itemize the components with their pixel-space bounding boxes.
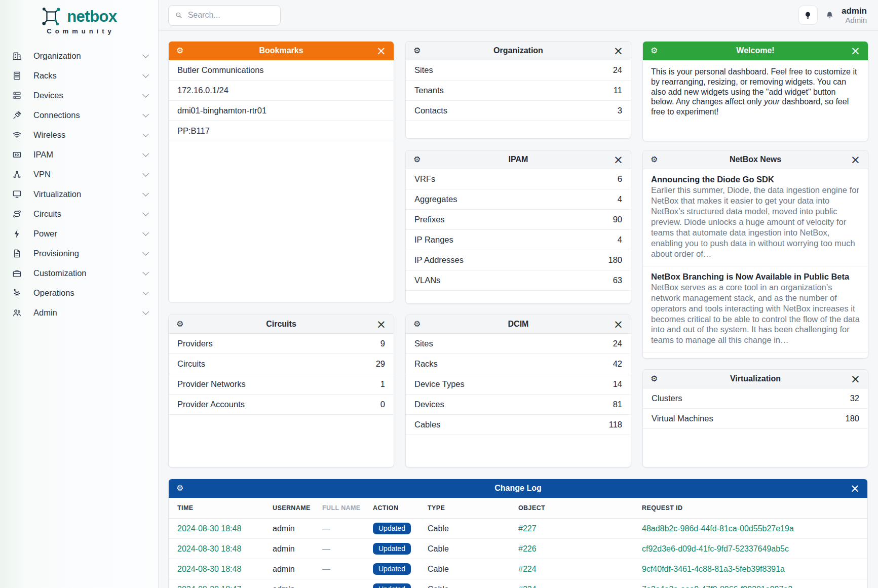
widget-close-button[interactable]: × [850,372,861,386]
table-header-row: TIME USERNAME FULL NAME ACTION TYPE OBJE… [169,498,867,519]
sidebar-item-connections[interactable]: Connections [0,105,158,125]
widget-config-button[interactable]: ⚙ [650,374,659,384]
changelog-time-link[interactable]: 2024-08-30 18:48 [177,565,273,574]
stat-row[interactable]: Circuits29 [169,354,394,374]
widget-config-button[interactable]: ⚙ [175,483,184,493]
stat-row[interactable]: Provider Accounts0 [169,395,394,415]
widget-config-button[interactable]: ⚙ [175,319,184,329]
changelog-time-link[interactable]: 2024-08-30 18:48 [177,524,273,533]
search-input[interactable] [188,11,274,20]
bookmark-item[interactable]: 172.16.0.1/24 [169,81,394,101]
lightbulb-icon [804,11,812,20]
changelog-object-link[interactable]: #224 [518,585,642,588]
widget-close-button[interactable]: × [375,44,387,58]
action-badge: Updated [373,563,411,575]
stat-row[interactable]: Prefixes90 [406,210,631,230]
widget-close-button[interactable]: × [375,318,387,331]
news-headline-link[interactable]: A New Look For NetBox and NetBox Labs [651,358,860,359]
stat-row[interactable]: VLANs63 [406,270,631,291]
sidebar-item-label: Wireless [33,130,142,140]
changelog-object-link[interactable]: #226 [518,544,642,554]
widget-config-button[interactable]: ⚙ [650,46,659,56]
stat-row[interactable]: IP Ranges4 [406,230,631,250]
sidebar-item-power[interactable]: Power [0,224,158,244]
stat-row[interactable]: Virtual Machines180 [643,409,868,429]
sidebar-item-provisioning[interactable]: Provisioning [0,244,158,263]
chevron-down-icon [142,210,149,216]
sidebar-item-vpn[interactable]: VPN [0,165,158,184]
changelog-time-link[interactable]: 2024-08-30 18:48 [177,544,273,554]
widget-close-button[interactable]: × [850,153,861,167]
widget-config-button[interactable]: ⚙ [412,46,422,56]
sidebar-item-virtualization[interactable]: Virtualization [0,184,158,204]
dcim-widget: ⚙ DCIM × Sites24 Racks42 Device Types14 … [405,315,631,467]
user-menu[interactable]: admin Admin [842,6,867,25]
stat-row[interactable]: Racks42 [406,354,631,374]
stat-row[interactable]: Sites24 [406,60,631,81]
news-headline-link[interactable]: Announcing the Diode Go SDK [651,175,860,184]
bookmark-item[interactable]: Butler Communications [169,60,394,81]
ipam-widget-header: ⚙ IPAM × [406,150,631,169]
sidebar: netbox Community Organization Racks [0,0,159,588]
bookmark-item[interactable]: dmi01-binghamton-rtr01 [169,101,394,121]
stat-row[interactable]: Aggregates4 [406,189,631,210]
changelog-action-cell: Updated [373,523,428,534]
stat-row[interactable]: IP Addresses180 [406,250,631,270]
sidebar-item-ipam[interactable]: IPAM [0,145,158,165]
wifi-icon [12,130,22,140]
news-headline-link[interactable]: NetBox Branching is Now Available in Pub… [651,272,860,282]
change-log-table: TIME USERNAME FULL NAME ACTION TYPE OBJE… [169,498,867,588]
welcome-widget-header: ⚙ Welcome! × [643,42,868,60]
stat-row[interactable]: Device Types14 [406,374,631,395]
stat-label: VRFs [414,174,435,184]
sidebar-item-racks[interactable]: Racks [0,66,158,86]
stat-row[interactable]: Tenants11 [406,81,631,101]
sidebar-item-organization[interactable]: Organization [0,46,158,66]
changelog-requestid-link[interactable]: 48ad8b2c-986d-44fd-81ca-00d55b27e19a [642,524,859,533]
widget-config-button[interactable]: ⚙ [412,154,422,165]
widget-close-button[interactable]: × [613,44,624,58]
sidebar-item-circuits[interactable]: Circuits [0,204,158,224]
stat-row[interactable]: Provider Networks1 [169,374,394,395]
bookmark-item[interactable]: PP:B117 [169,121,394,141]
topbar-actions: admin Admin [798,6,878,25]
stat-row[interactable]: Clusters32 [643,388,868,409]
widget-close-button[interactable]: × [850,44,861,58]
stat-row[interactable]: Cables118 [406,415,631,435]
sidebar-item-devices[interactable]: Devices [0,86,158,105]
changelog-type: Cable [428,544,518,554]
netbox-logo-icon [41,7,62,26]
bookmarks-widget-header: ⚙ Bookmarks × [169,42,394,60]
chevron-down-icon [142,269,149,276]
widget-close-button[interactable]: × [613,153,624,167]
theme-toggle-button[interactable] [798,6,818,25]
changelog-object-link[interactable]: #227 [518,524,642,533]
changelog-time-link[interactable]: 2024-08-30 18:47 [177,585,273,588]
stat-row[interactable]: Contacts3 [406,101,631,121]
stat-row[interactable]: Devices81 [406,395,631,415]
widget-config-button[interactable]: ⚙ [412,319,422,329]
changelog-requestid-link[interactable]: 9cf40fdf-3461-4c88-81a3-5feb39f8391a [642,565,859,574]
widget-config-button[interactable]: ⚙ [175,46,184,56]
bookmark-label: Butler Communications [177,65,264,75]
stat-row[interactable]: VRFs6 [406,169,631,189]
notifications-button[interactable] [825,11,834,20]
sidebar-item-operations[interactable]: Operations [0,283,158,303]
changelog-requestid-link[interactable]: 7a2a4a3a-aaa9-47f9-8966-f99201a997a2 [642,585,859,588]
widget-close-button[interactable]: × [849,482,861,495]
changelog-requestid-link[interactable]: cf92d3e6-d09d-41fc-9fd7-52337649ab5c [642,544,859,554]
stat-row[interactable]: Providers9 [169,334,394,354]
changelog-action-cell: Updated [373,583,428,588]
netbox-logo[interactable]: netbox [0,0,158,26]
sidebar-item-customization[interactable]: Customization [0,263,158,283]
sidebar-item-admin[interactable]: Admin [0,303,158,323]
column-header-action: ACTION [373,504,428,512]
changelog-username: admin [273,565,322,574]
column-header-type: TYPE [428,504,518,512]
widget-close-button[interactable]: × [613,318,624,331]
changelog-action-cell: Updated [373,563,428,575]
changelog-object-link[interactable]: #224 [518,565,642,574]
stat-row[interactable]: Sites24 [406,334,631,354]
sidebar-item-wireless[interactable]: Wireless [0,125,158,145]
widget-config-button[interactable]: ⚙ [650,154,659,165]
